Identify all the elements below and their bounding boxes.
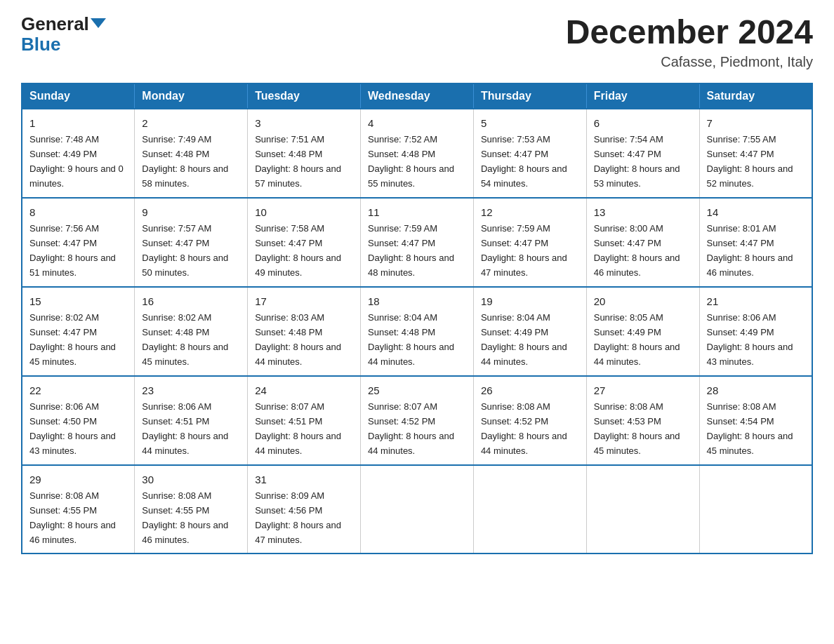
calendar-cell: 14Sunrise: 8:01 AMSunset: 4:47 PMDayligh… bbox=[699, 198, 812, 287]
day-info: Sunrise: 8:08 AMSunset: 4:53 PMDaylight:… bbox=[594, 401, 680, 456]
calendar-week-row: 29Sunrise: 8:08 AMSunset: 4:55 PMDayligh… bbox=[22, 465, 812, 554]
day-number: 30 bbox=[142, 471, 240, 488]
logo-general-line: General bbox=[21, 14, 106, 34]
calendar-cell: 11Sunrise: 7:59 AMSunset: 4:47 PMDayligh… bbox=[361, 198, 474, 287]
day-info: Sunrise: 8:00 AMSunset: 4:47 PMDaylight:… bbox=[594, 223, 680, 278]
day-number: 22 bbox=[29, 382, 127, 398]
calendar-cell: 19Sunrise: 8:04 AMSunset: 4:49 PMDayligh… bbox=[473, 287, 586, 376]
month-title: December 2024 bbox=[566, 14, 813, 51]
day-number: 18 bbox=[368, 293, 466, 309]
day-number: 4 bbox=[368, 115, 466, 131]
calendar-header-row: SundayMondayTuesdayWednesdayThursdayFrid… bbox=[22, 83, 812, 109]
calendar-cell: 15Sunrise: 8:02 AMSunset: 4:47 PMDayligh… bbox=[22, 287, 135, 376]
calendar-cell: 12Sunrise: 7:59 AMSunset: 4:47 PMDayligh… bbox=[473, 198, 586, 287]
day-info: Sunrise: 8:07 AMSunset: 4:52 PMDaylight:… bbox=[368, 401, 454, 456]
day-number: 5 bbox=[481, 115, 579, 131]
day-number: 9 bbox=[142, 204, 240, 220]
day-info: Sunrise: 8:08 AMSunset: 4:55 PMDaylight:… bbox=[142, 490, 228, 545]
day-number: 14 bbox=[707, 204, 805, 220]
day-number: 6 bbox=[594, 115, 692, 131]
day-info: Sunrise: 7:49 AMSunset: 4:48 PMDaylight:… bbox=[142, 134, 228, 189]
day-info: Sunrise: 7:53 AMSunset: 4:47 PMDaylight:… bbox=[481, 134, 567, 189]
header-sunday: Sunday bbox=[22, 83, 135, 109]
day-info: Sunrise: 7:58 AMSunset: 4:47 PMDaylight:… bbox=[255, 223, 341, 278]
calendar-cell: 17Sunrise: 8:03 AMSunset: 4:48 PMDayligh… bbox=[248, 287, 361, 376]
day-info: Sunrise: 8:06 AMSunset: 4:49 PMDaylight:… bbox=[707, 312, 793, 367]
calendar-cell: 22Sunrise: 8:06 AMSunset: 4:50 PMDayligh… bbox=[22, 376, 135, 465]
day-number: 20 bbox=[594, 293, 692, 309]
day-info: Sunrise: 7:57 AMSunset: 4:47 PMDaylight:… bbox=[142, 223, 228, 278]
logo-general-text: General bbox=[21, 13, 106, 34]
day-info: Sunrise: 8:07 AMSunset: 4:51 PMDaylight:… bbox=[255, 401, 341, 456]
day-number: 13 bbox=[594, 204, 692, 220]
calendar-cell: 2Sunrise: 7:49 AMSunset: 4:48 PMDaylight… bbox=[135, 109, 248, 198]
calendar-cell bbox=[699, 465, 812, 554]
header-thursday: Thursday bbox=[473, 83, 586, 109]
day-number: 3 bbox=[255, 115, 353, 131]
calendar-week-row: 8Sunrise: 7:56 AMSunset: 4:47 PMDaylight… bbox=[22, 198, 812, 287]
header-tuesday: Tuesday bbox=[248, 83, 361, 109]
day-info: Sunrise: 8:04 AMSunset: 4:49 PMDaylight:… bbox=[481, 312, 567, 367]
day-info: Sunrise: 8:03 AMSunset: 4:48 PMDaylight:… bbox=[255, 312, 341, 367]
day-number: 10 bbox=[255, 204, 353, 220]
day-number: 11 bbox=[368, 204, 466, 220]
calendar-cell: 26Sunrise: 8:08 AMSunset: 4:52 PMDayligh… bbox=[473, 376, 586, 465]
calendar-table: SundayMondayTuesdayWednesdayThursdayFrid… bbox=[21, 83, 813, 555]
header-saturday: Saturday bbox=[699, 83, 812, 109]
calendar-cell: 20Sunrise: 8:05 AMSunset: 4:49 PMDayligh… bbox=[586, 287, 699, 376]
calendar-cell: 8Sunrise: 7:56 AMSunset: 4:47 PMDaylight… bbox=[22, 198, 135, 287]
day-info: Sunrise: 8:01 AMSunset: 4:47 PMDaylight:… bbox=[707, 223, 793, 278]
day-number: 21 bbox=[707, 293, 805, 309]
header-wednesday: Wednesday bbox=[361, 83, 474, 109]
day-number: 15 bbox=[29, 293, 127, 309]
calendar-cell: 28Sunrise: 8:08 AMSunset: 4:54 PMDayligh… bbox=[699, 376, 812, 465]
day-info: Sunrise: 7:55 AMSunset: 4:47 PMDaylight:… bbox=[707, 134, 793, 189]
day-info: Sunrise: 7:51 AMSunset: 4:48 PMDaylight:… bbox=[255, 134, 341, 189]
calendar-cell: 18Sunrise: 8:04 AMSunset: 4:48 PMDayligh… bbox=[361, 287, 474, 376]
day-info: Sunrise: 8:02 AMSunset: 4:47 PMDaylight:… bbox=[29, 312, 116, 367]
calendar-week-row: 15Sunrise: 8:02 AMSunset: 4:47 PMDayligh… bbox=[22, 287, 812, 376]
calendar-cell: 4Sunrise: 7:52 AMSunset: 4:48 PMDaylight… bbox=[361, 109, 474, 198]
day-number: 24 bbox=[255, 382, 353, 398]
calendar-cell bbox=[586, 465, 699, 554]
calendar-cell: 27Sunrise: 8:08 AMSunset: 4:53 PMDayligh… bbox=[586, 376, 699, 465]
header-friday: Friday bbox=[586, 83, 699, 109]
day-info: Sunrise: 7:56 AMSunset: 4:47 PMDaylight:… bbox=[29, 223, 116, 278]
day-info: Sunrise: 7:48 AMSunset: 4:49 PMDaylight:… bbox=[29, 134, 124, 189]
day-info: Sunrise: 8:02 AMSunset: 4:48 PMDaylight:… bbox=[142, 312, 228, 367]
day-number: 26 bbox=[481, 382, 579, 398]
day-number: 2 bbox=[142, 115, 240, 131]
logo-blue-text: Blue bbox=[21, 34, 60, 55]
day-number: 31 bbox=[255, 471, 353, 488]
calendar-cell: 6Sunrise: 7:54 AMSunset: 4:47 PMDaylight… bbox=[586, 109, 699, 198]
day-number: 27 bbox=[594, 382, 692, 398]
calendar-cell: 24Sunrise: 8:07 AMSunset: 4:51 PMDayligh… bbox=[248, 376, 361, 465]
calendar-cell bbox=[473, 465, 586, 554]
logo-blue-line: Blue bbox=[21, 34, 60, 55]
day-info: Sunrise: 8:04 AMSunset: 4:48 PMDaylight:… bbox=[368, 312, 454, 367]
calendar-cell bbox=[361, 465, 474, 554]
day-number: 8 bbox=[29, 204, 127, 220]
day-info: Sunrise: 8:08 AMSunset: 4:52 PMDaylight:… bbox=[481, 401, 567, 456]
day-number: 29 bbox=[29, 471, 127, 488]
day-number: 7 bbox=[707, 115, 805, 131]
day-number: 1 bbox=[29, 115, 127, 131]
calendar-cell: 25Sunrise: 8:07 AMSunset: 4:52 PMDayligh… bbox=[361, 376, 474, 465]
day-info: Sunrise: 8:08 AMSunset: 4:54 PMDaylight:… bbox=[707, 401, 793, 456]
calendar-week-row: 22Sunrise: 8:06 AMSunset: 4:50 PMDayligh… bbox=[22, 376, 812, 465]
location-title: Cafasse, Piedmont, Italy bbox=[566, 54, 813, 70]
calendar-cell: 3Sunrise: 7:51 AMSunset: 4:48 PMDaylight… bbox=[248, 109, 361, 198]
header-monday: Monday bbox=[135, 83, 248, 109]
day-info: Sunrise: 8:08 AMSunset: 4:55 PMDaylight:… bbox=[29, 490, 116, 545]
calendar-cell: 29Sunrise: 8:08 AMSunset: 4:55 PMDayligh… bbox=[22, 465, 135, 554]
day-info: Sunrise: 8:05 AMSunset: 4:49 PMDaylight:… bbox=[594, 312, 680, 367]
calendar-cell: 23Sunrise: 8:06 AMSunset: 4:51 PMDayligh… bbox=[135, 376, 248, 465]
calendar-cell: 13Sunrise: 8:00 AMSunset: 4:47 PMDayligh… bbox=[586, 198, 699, 287]
day-number: 23 bbox=[142, 382, 240, 398]
day-info: Sunrise: 7:59 AMSunset: 4:47 PMDaylight:… bbox=[368, 223, 454, 278]
day-info: Sunrise: 7:59 AMSunset: 4:47 PMDaylight:… bbox=[481, 223, 567, 278]
day-info: Sunrise: 8:06 AMSunset: 4:50 PMDaylight:… bbox=[29, 401, 116, 456]
calendar-cell: 16Sunrise: 8:02 AMSunset: 4:48 PMDayligh… bbox=[135, 287, 248, 376]
logo-triangle-icon bbox=[91, 18, 106, 28]
calendar-cell: 5Sunrise: 7:53 AMSunset: 4:47 PMDaylight… bbox=[473, 109, 586, 198]
